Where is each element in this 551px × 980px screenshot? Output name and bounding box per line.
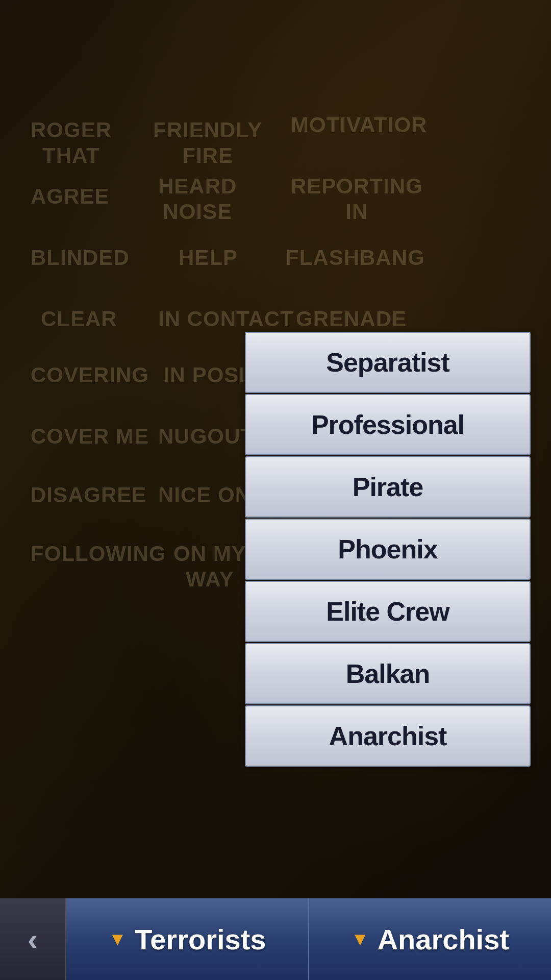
menu-item-professional[interactable]: Professional	[245, 394, 531, 455]
terrorists-dropdown-icon: ▼	[109, 928, 127, 950]
bg-phrase-heard-noise: Heardnoise	[158, 174, 237, 225]
bg-phrase-flashbang: Flashbang	[286, 245, 425, 271]
back-arrow-icon: ‹	[28, 922, 38, 957]
anarchist-label: Anarchist	[378, 923, 509, 956]
menu-item-separatist[interactable]: Separatist	[245, 332, 531, 393]
bg-phrase-motivation: Motivatior	[291, 112, 427, 138]
bg-phrase-following: Following	[31, 541, 166, 567]
bg-phrase-reporting-in: ReportingIn	[291, 174, 423, 225]
bg-phrase-on-my-way: On MyWay	[173, 541, 246, 593]
bg-phrase-in-contact: In Contact	[158, 306, 294, 332]
menu-item-elite-crew[interactable]: Elite Crew	[245, 581, 531, 642]
bottom-bar: ‹ ▼ Terrorists ▼ Anarchist	[0, 898, 551, 980]
team-anarchist-button[interactable]: ▼ Anarchist	[309, 898, 551, 980]
main-content: RogerThat FriendlyFire Motivatior Agree …	[0, 0, 551, 980]
bg-phrase-cover-me: Cover Me	[31, 424, 149, 449]
team-terrorists-button[interactable]: ▼ Terrorists	[66, 898, 309, 980]
menu-item-anarchist[interactable]: Anarchist	[245, 705, 531, 767]
bg-phrase-agree: Agree	[31, 184, 109, 209]
faction-dropdown-menu: Separatist Professional Pirate Phoenix E…	[245, 332, 531, 767]
bg-phrase-roger-that: RogerThat	[31, 117, 112, 169]
bg-phrase-blinded: Blinded	[31, 245, 130, 271]
terrorists-label: Terrorists	[135, 923, 266, 956]
anarchist-dropdown-icon: ▼	[351, 928, 369, 950]
menu-item-pirate[interactable]: Pirate	[245, 456, 531, 518]
bg-phrase-covering: Covering	[31, 362, 149, 388]
bg-phrase-disagree: Disagree	[31, 482, 146, 508]
bg-phrase-grenade: Grenade	[296, 306, 407, 332]
menu-item-balkan[interactable]: Balkan	[245, 643, 531, 704]
back-button[interactable]: ‹	[0, 898, 66, 980]
bg-phrase-clear: Clear	[41, 306, 117, 332]
bg-phrase-friendly-fire: FriendlyFire	[153, 117, 262, 169]
menu-item-phoenix[interactable]: Phoenix	[245, 519, 531, 580]
bg-phrase-nugout: Nugout	[158, 424, 254, 449]
bg-phrase-help: Help	[179, 245, 238, 271]
